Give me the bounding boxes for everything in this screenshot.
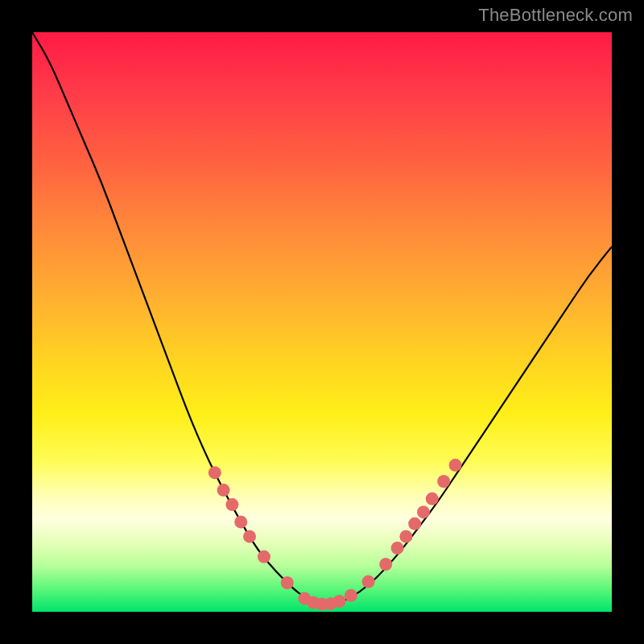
curve-dot [408,518,421,530]
curve-svg [32,32,612,612]
curve-dots [208,459,462,611]
bottleneck-curve [32,32,612,604]
curve-dot [258,551,270,564]
curve-dot [333,595,346,608]
curve-dot [437,475,450,488]
watermark-text: TheBottleneck.com [478,5,633,26]
curve-dot [399,530,412,543]
curve-dot [379,558,392,571]
curve-dot [345,589,357,602]
curve-dot [208,466,221,479]
curve-dot [426,493,439,506]
plot-area [32,32,612,612]
curve-dot [225,498,238,511]
curve-dot [449,459,462,472]
curve-dot [243,530,256,543]
curve-dot [217,484,230,497]
curve-dot [234,515,247,528]
outer-frame: TheBottleneck.com [0,0,644,644]
curve-dot [417,506,430,518]
curve-dot [362,576,375,588]
curve-dot [281,576,294,589]
curve-dot [391,542,404,555]
